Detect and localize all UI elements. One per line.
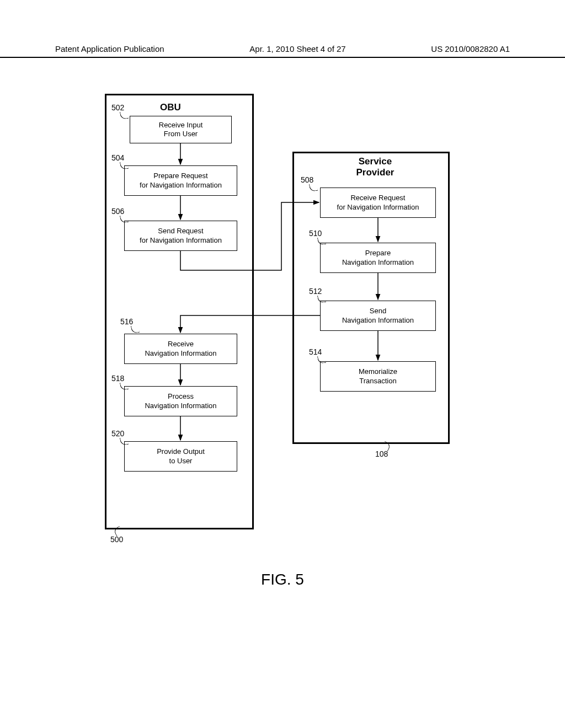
ref-520: 520	[111, 429, 124, 438]
step-504: Prepare Request for Navigation Informati…	[124, 165, 237, 196]
obu-title: OBU	[160, 102, 181, 113]
step-518: Process Navigation Information	[124, 386, 237, 416]
step-510: Prepare Navigation Information	[320, 243, 436, 273]
step-506: Send Request for Navigation Information	[124, 221, 237, 251]
step-516: Receive Navigation Information	[124, 334, 237, 364]
step-502: Receive Input From User	[130, 116, 232, 143]
ref-518: 518	[111, 374, 124, 383]
step-508: Receive Request for Navigation Informati…	[320, 188, 436, 218]
flow-diagram: OBU Service Provider Receive Input From …	[0, 0, 565, 728]
ref-512: 512	[309, 287, 322, 296]
step-512: Send Navigation Information	[320, 301, 436, 331]
flow-arrows	[0, 0, 565, 728]
figure-label: FIG. 5	[0, 571, 565, 588]
ref-516: 516	[120, 317, 133, 326]
ref-504: 504	[111, 153, 124, 162]
step-514: Memorialize Transaction	[320, 361, 436, 392]
ref-514: 514	[309, 347, 322, 356]
service-provider-title: Service Provider	[348, 156, 403, 178]
ref-508: 508	[301, 175, 313, 184]
ref-510: 510	[309, 229, 322, 238]
step-520: Provide Output to User	[124, 441, 237, 472]
ref-502: 502	[111, 103, 124, 112]
ref-506: 506	[111, 207, 124, 216]
